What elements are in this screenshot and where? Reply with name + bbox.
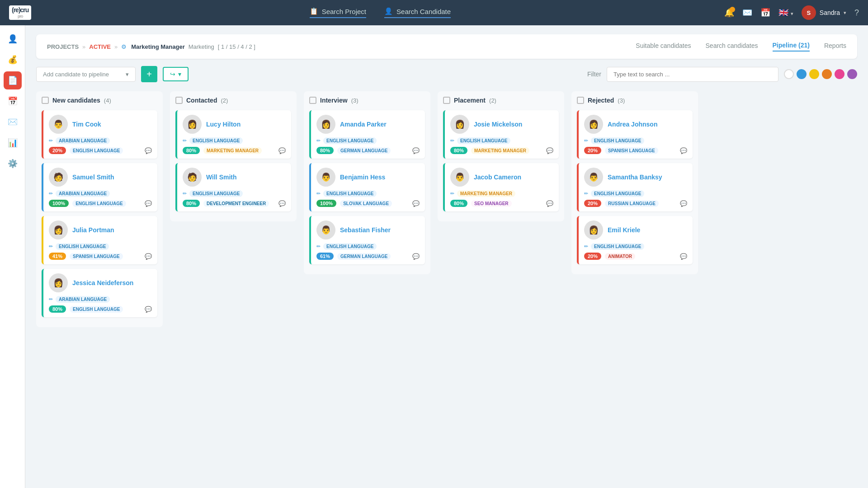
edit-icon-6[interactable]: ✏ — [183, 191, 187, 197]
card-tag2-2: ENGLISH LANGUAGE — [72, 200, 126, 207]
edit-icon-2[interactable]: ✏ — [49, 191, 53, 197]
col-checkbox-new[interactable] — [42, 97, 49, 104]
notifications-icon[interactable]: 🔔 — [724, 8, 734, 18]
comment-icon-2[interactable]: 💬 — [145, 200, 152, 207]
edit-icon-7[interactable]: ✏ — [316, 138, 321, 144]
messages-icon[interactable]: ✉️ — [742, 8, 752, 18]
col-count-rejected: (3) — [618, 97, 625, 104]
breadcrumb-projects[interactable]: PROJECTS — [47, 43, 79, 50]
edit-icon-4[interactable]: ✏ — [49, 296, 53, 302]
add-candidate-placeholder: Add candidate to pipeline — [43, 71, 109, 78]
sidebar-item-email[interactable]: ✉️ — [4, 113, 22, 131]
candidate-card-14[interactable]: Emil Kriele ✏ ENGLISH LANGUAGE 20% ANIMA… — [577, 216, 693, 264]
nav-suitable-candidates[interactable]: Suitable candidates — [636, 42, 691, 51]
card-score-13: 20% — [584, 200, 601, 207]
edit-icon-9[interactable]: ✏ — [316, 244, 321, 249]
comment-icon-1[interactable]: 💬 — [145, 147, 152, 154]
candidate-card-9[interactable]: Sebastian Fisher ✏ ENGLISH LANGUAGE 61% … — [309, 216, 425, 264]
candidate-card-1[interactable]: Tim Cook ✏ ARABIAN LANGUAGE 20% ENGLISH … — [42, 110, 157, 159]
comment-icon-5[interactable]: 💬 — [278, 147, 286, 154]
candidate-card-7[interactable]: Amanda Parker ✏ ENGLISH LANGUAGE 80% GER… — [309, 110, 425, 159]
col-checkbox-rejected[interactable] — [577, 97, 584, 104]
comment-icon-4[interactable]: 💬 — [145, 306, 152, 313]
sidebar-item-analytics[interactable]: 📊 — [4, 134, 22, 152]
card-name-9: Sebastian Fisher — [340, 226, 391, 234]
edit-icon-1[interactable]: ✏ — [49, 138, 53, 144]
comment-icon-14[interactable]: 💬 — [680, 253, 687, 260]
candidate-card-3[interactable]: Julia Portman ✏ ENGLISH LANGUAGE 41% SPA… — [42, 216, 157, 264]
candidate-card-6[interactable]: Will Smith ✏ ENGLISH LANGUAGE 80% DEVELO… — [175, 163, 291, 211]
color-filter-pink[interactable] — [835, 69, 844, 79]
card-avatar-11 — [450, 168, 469, 187]
card-tags-4: ✏ ARABIAN LANGUAGE — [49, 296, 152, 303]
filter-input[interactable] — [607, 67, 778, 82]
card-top-7: Amanda Parker — [316, 115, 420, 134]
nav-reports[interactable]: Reports — [824, 42, 846, 51]
sidebar-item-finance[interactable]: 💰 — [4, 51, 22, 69]
comment-icon-8[interactable]: 💬 — [412, 200, 420, 207]
candidate-card-5[interactable]: Lucy Hilton ✏ ENGLISH LANGUAGE 80% MARKE… — [175, 110, 291, 159]
add-candidate-dropdown[interactable]: Add candidate to pipeline ▾ — [36, 67, 136, 82]
edit-icon-12[interactable]: ✏ — [584, 138, 588, 144]
breadcrumb-project-stats: [ 1 / 15 / 4 / 2 ] — [218, 43, 255, 50]
edit-icon-10[interactable]: ✏ — [450, 138, 454, 144]
candidate-card-13[interactable]: Samantha Banksy ✏ ENGLISH LANGUAGE 20% R… — [577, 163, 693, 211]
comment-icon-6[interactable]: 💬 — [278, 200, 286, 207]
col-checkbox-placement[interactable] — [443, 97, 450, 104]
calendar-icon[interactable]: 📅 — [760, 8, 770, 18]
color-filter-white[interactable] — [784, 69, 794, 79]
sidebar-item-calendar[interactable]: 📅 — [4, 92, 22, 110]
sidebar-item-documents[interactable]: 📄 — [4, 71, 22, 89]
comment-icon-3[interactable]: 💬 — [145, 253, 152, 260]
card-name-10: Josie Mickelson — [474, 121, 522, 128]
help-icon[interactable]: ? — [854, 8, 859, 18]
search-candidate-area[interactable]: 👤 Search Candidate — [384, 7, 451, 18]
edit-icon-8[interactable]: ✏ — [316, 191, 321, 197]
user-menu[interactable]: S Sandra ▾ — [802, 5, 846, 20]
add-button[interactable]: + — [141, 66, 157, 82]
card-name-2: Samuel Smith — [72, 174, 114, 181]
candidate-card-11[interactable]: Jacob Cameron ✏ MARKETING MANAGER 80% SE… — [443, 163, 559, 211]
app-logo[interactable]: (re)cru pro — [9, 5, 36, 20]
card-tag2-4: ENGLISH LANGUAGE — [70, 306, 123, 313]
comment-icon-7[interactable]: 💬 — [412, 147, 420, 154]
nav-pipeline[interactable]: Pipeline (21) — [773, 42, 810, 52]
sidebar-item-users[interactable]: 👤 — [4, 30, 22, 48]
search-project-area[interactable]: 📋 Search Project — [310, 7, 366, 18]
card-bottom-9: 61% GERMAN LANGUAGE 💬 — [316, 253, 420, 260]
color-filter-orange[interactable] — [822, 69, 832, 79]
file-search-icon: 📋 — [310, 7, 318, 15]
comment-icon-10[interactable]: 💬 — [546, 147, 553, 154]
color-filter-yellow[interactable] — [809, 69, 819, 79]
comment-icon-12[interactable]: 💬 — [680, 147, 687, 154]
notification-badge — [730, 7, 735, 12]
candidate-card-4[interactable]: Jessica Neideferson ✏ ARABIAN LANGUAGE 8… — [42, 269, 157, 317]
flag-icon[interactable]: 🇬🇧 ▾ — [778, 8, 793, 18]
color-filter-blue[interactable] — [797, 69, 807, 79]
edit-icon-14[interactable]: ✏ — [584, 244, 588, 249]
candidate-card-10[interactable]: Josie Mickelson ✏ ENGLISH LANGUAGE 80% M… — [443, 110, 559, 159]
action-button[interactable]: ↪ ▾ — [163, 67, 189, 81]
candidate-card-8[interactable]: Benjamin Hess ✏ ENGLISH LANGUAGE 100% SL… — [309, 163, 425, 211]
card-tag2-8: SLOVAK LANGUAGE — [340, 200, 392, 207]
card-tags-8: ✏ ENGLISH LANGUAGE — [316, 190, 420, 197]
edit-icon-5[interactable]: ✏ — [183, 138, 187, 144]
card-score-2: 100% — [49, 200, 69, 207]
edit-icon-11[interactable]: ✏ — [450, 191, 454, 197]
comment-icon-9[interactable]: 💬 — [412, 253, 420, 260]
col-checkbox-contacted[interactable] — [175, 97, 183, 104]
comment-icon-11[interactable]: 💬 — [546, 200, 553, 207]
col-checkbox-interview[interactable] — [309, 97, 316, 104]
breadcrumb-active[interactable]: ACTIVE — [89, 43, 111, 50]
nav-search-candidates[interactable]: Search candidates — [706, 42, 758, 51]
candidate-card-2[interactable]: Samuel Smith ✏ ARABIAN LANGUAGE 100% ENG… — [42, 163, 157, 211]
card-tag1-11: MARKETING MANAGER — [457, 190, 515, 197]
comment-icon-13[interactable]: 💬 — [680, 200, 687, 207]
candidate-card-12[interactable]: Andrea Johnson ✏ ENGLISH LANGUAGE 20% SP… — [577, 110, 693, 159]
card-name-1: Tim Cook — [72, 121, 101, 128]
sidebar-item-settings[interactable]: ⚙️ — [4, 155, 22, 173]
edit-icon-3[interactable]: ✏ — [49, 244, 53, 249]
breadcrumb-project-name[interactable]: Marketing Manager — [131, 43, 184, 50]
edit-icon-13[interactable]: ✏ — [584, 191, 588, 197]
color-filter-purple[interactable] — [847, 69, 857, 79]
